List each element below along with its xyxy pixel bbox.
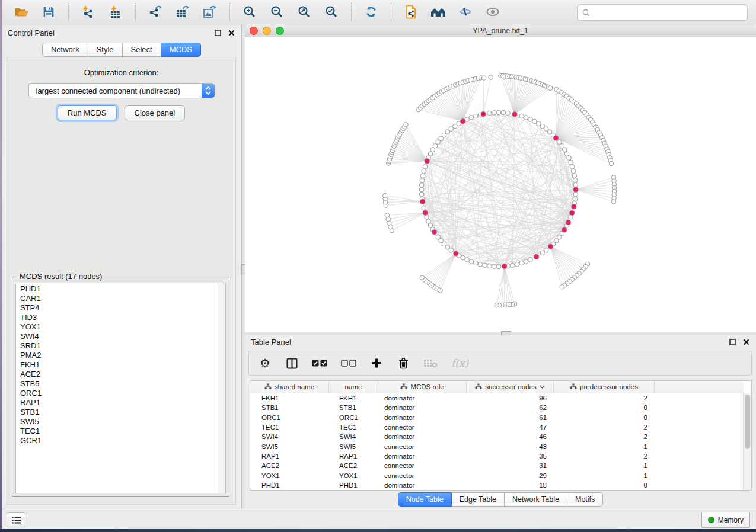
result-node-item[interactable]: ACE2 (16, 370, 218, 379)
cell-shared-name[interactable]: ORC1 (250, 414, 329, 421)
result-node-item[interactable]: STB5 (16, 379, 218, 389)
cell-predecessor-nodes[interactable]: 0 (554, 414, 655, 421)
delete-trash-icon[interactable] (397, 356, 410, 370)
table-row[interactable]: SWI5SWI5connector431 (250, 441, 744, 451)
cell-successor-nodes[interactable]: 46 (467, 433, 554, 440)
result-node-item[interactable]: GCR1 (16, 436, 218, 446)
cell-predecessor-nodes[interactable]: 2 (554, 433, 655, 440)
table-row[interactable]: ACE2ACE2connector311 (250, 461, 744, 470)
cell-shared-name[interactable]: SWI4 (250, 433, 329, 440)
memory-button[interactable]: Memory (701, 512, 750, 528)
cell-name[interactable]: SWI5 (329, 443, 378, 450)
cell-predecessor-nodes[interactable]: 1 (554, 472, 655, 479)
export-table-icon[interactable] (175, 4, 190, 20)
network-document-icon[interactable] (403, 4, 419, 20)
close-table-panel-icon[interactable] (742, 338, 750, 346)
cell-name[interactable]: RAP1 (329, 453, 378, 460)
cell-shared-name[interactable]: FKH1 (250, 395, 329, 402)
criterion-select[interactable]: largest connected component (undirected) (28, 83, 215, 98)
column-header-predecessor-nodes[interactable]: predecessor nodes (554, 381, 655, 393)
table-row[interactable]: STB1STB1dominator620 (250, 403, 744, 412)
cell-predecessor-nodes[interactable]: 0 (554, 404, 655, 411)
save-session-icon[interactable] (41, 4, 56, 20)
tab-node-table[interactable]: Node Table (398, 492, 452, 507)
table-row[interactable]: PHD1PHD1dominator180 (250, 480, 744, 490)
result-node-item[interactable]: FKH1 (16, 360, 218, 370)
cell-successor-nodes[interactable]: 18 (467, 482, 554, 489)
cell-shared-name[interactable]: SWI5 (250, 443, 329, 450)
cell-name[interactable]: STB1 (329, 404, 378, 411)
cell-name[interactable]: YOX1 (329, 472, 378, 479)
cell-name[interactable]: TEC1 (329, 424, 378, 431)
column-header-MCDS-role[interactable]: MCDS role (378, 381, 467, 393)
zoom-selected-icon[interactable] (324, 4, 339, 20)
zoom-in-icon[interactable] (242, 4, 257, 20)
result-node-item[interactable]: TEC1 (16, 427, 218, 436)
result-node-item[interactable]: PHD1 (16, 284, 218, 294)
cell-shared-name[interactable]: TEC1 (250, 424, 329, 431)
result-node-item[interactable]: TID3 (16, 313, 218, 322)
cell-name[interactable]: ORC1 (329, 414, 378, 421)
status-menu-button[interactable] (7, 512, 25, 527)
cell-MCDS-role[interactable]: connector (378, 472, 467, 479)
result-node-item[interactable]: YOX1 (16, 322, 218, 332)
tab-network-table[interactable]: Network Table (505, 492, 567, 507)
cell-shared-name[interactable]: ACE2 (250, 462, 329, 469)
cell-predecessor-nodes[interactable]: 1 (554, 462, 655, 469)
cell-successor-nodes[interactable]: 35 (467, 453, 554, 460)
result-node-item[interactable]: RAP1 (16, 398, 218, 408)
column-split-icon[interactable] (285, 356, 298, 370)
cell-shared-name[interactable]: STB1 (250, 404, 329, 411)
cell-successor-nodes[interactable]: 61 (467, 414, 554, 421)
table-scrollbar-thumb[interactable] (745, 395, 750, 449)
table-row[interactable]: SWI4SWI4dominator462 (250, 432, 744, 441)
cell-shared-name[interactable]: YOX1 (250, 472, 329, 479)
result-node-item[interactable]: SWI4 (16, 332, 218, 341)
cell-MCDS-role[interactable]: dominator (378, 414, 467, 421)
close-panel-button[interactable]: Close panel (125, 105, 186, 120)
cell-successor-nodes[interactable]: 96 (467, 395, 554, 402)
cell-predecessor-nodes[interactable]: 2 (554, 395, 655, 402)
table-row[interactable]: ORC1ORC1dominator610 (250, 413, 744, 422)
select-all-checks-icon[interactable] (312, 356, 327, 370)
cell-name[interactable]: FKH1 (329, 395, 378, 402)
result-node-item[interactable]: CAR1 (16, 294, 218, 303)
cell-successor-nodes[interactable]: 62 (467, 404, 554, 411)
column-header-name[interactable]: name (329, 381, 378, 393)
cell-predecessor-nodes[interactable]: 0 (554, 482, 655, 489)
cell-shared-name[interactable]: RAP1 (250, 453, 329, 460)
result-node-item[interactable]: STP4 (16, 303, 218, 313)
open-folder-icon[interactable] (14, 4, 29, 20)
cell-successor-nodes[interactable]: 43 (467, 443, 554, 450)
hide-eye-icon[interactable] (458, 4, 473, 20)
cell-MCDS-role[interactable]: dominator (378, 395, 467, 402)
table-row[interactable]: TEC1TEC1connector472 (250, 422, 744, 432)
tab-edge-table[interactable]: Edge Table (452, 492, 505, 507)
cell-MCDS-role[interactable]: connector (378, 443, 467, 450)
import-network-icon[interactable] (81, 4, 96, 20)
tab-select[interactable]: Select (123, 43, 161, 57)
result-node-item[interactable]: ORC1 (16, 389, 218, 398)
cell-shared-name[interactable]: PHD1 (250, 482, 329, 489)
column-header-shared-name[interactable]: shared name (250, 381, 329, 393)
float-table-panel-icon[interactable] (729, 338, 736, 346)
close-panel-icon[interactable] (228, 29, 235, 37)
zoom-fit-icon[interactable] (296, 4, 312, 20)
show-eye-icon[interactable] (485, 4, 500, 20)
cell-predecessor-nodes[interactable]: 2 (554, 453, 655, 460)
zoom-out-icon[interactable] (269, 4, 285, 20)
table-row[interactable]: FKH1FKH1dominator962 (250, 393, 744, 403)
export-network-icon[interactable] (148, 4, 163, 20)
result-node-item[interactable]: STB1 (16, 408, 218, 417)
result-node-item[interactable]: SWI5 (16, 417, 218, 427)
import-table-icon[interactable] (108, 4, 123, 20)
cell-MCDS-role[interactable]: dominator (378, 482, 467, 489)
table-row[interactable]: YOX1YOX1connector291 (250, 470, 744, 480)
cell-predecessor-nodes[interactable]: 2 (554, 424, 655, 431)
search-input[interactable] (594, 6, 747, 19)
settings-gear-icon[interactable]: ⚙ (259, 356, 272, 370)
cell-successor-nodes[interactable]: 29 (467, 472, 554, 479)
table-scrollbar[interactable] (743, 393, 751, 490)
network-canvas[interactable] (245, 37, 756, 332)
cell-MCDS-role[interactable]: dominator (378, 453, 467, 460)
